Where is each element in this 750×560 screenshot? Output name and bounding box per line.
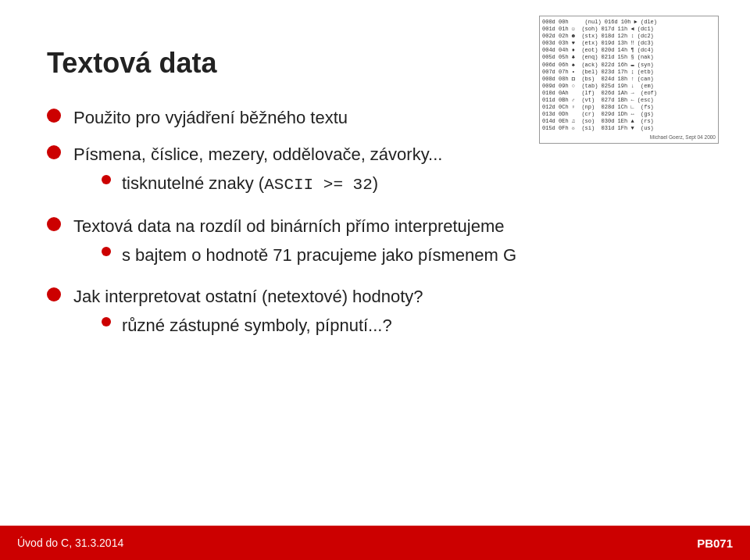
ascii-table: 000d 00h (nul) 016d 10h ► (dle) 001d 01h… — [539, 16, 719, 144]
bullet-4-text: Jak interpretovat ostatní (netextové) ho… — [73, 284, 703, 343]
bullet-3-sub-1-text: s bajtem o hodnotě 71 pracujeme jako pís… — [122, 242, 516, 268]
bullet-2-sub-1-text: tisknutelné znaky (ASCII >= 32) — [122, 170, 378, 198]
footer-left-text: Úvod do C, 31.3.2014 — [17, 537, 123, 549]
bullet-3-sub-1: s bajtem o hodnotě 71 pracujeme jako pís… — [102, 242, 703, 268]
ascii-table-content: 000d 00h (nul) 016d 10h ► (dle) 001d 01h… — [542, 19, 716, 133]
bullet-4: Jak interpretovat ostatní (netextové) ho… — [47, 284, 703, 343]
bullet-4-sub-1: různé zástupné symboly, pípnutí...? — [102, 312, 703, 338]
slide: 000d 00h (nul) 016d 10h ► (dle) 001d 01h… — [0, 0, 750, 560]
footer-left: Úvod do C, 31.3.2014 — [0, 526, 680, 560]
bullet-3-sub-1-dot — [102, 247, 111, 256]
footer: Úvod do C, 31.3.2014 PB071 — [0, 526, 750, 560]
bullet-4-sub-1-dot — [102, 317, 111, 326]
code-ascii: ASCII >= 32 — [264, 176, 373, 194]
bullet-3-dot — [47, 217, 61, 231]
bullet-3-text: Textová data na rozdíl od binárních přím… — [73, 213, 703, 273]
bullet-2-subs: tisknutelné znaky (ASCII >= 32) — [73, 170, 703, 198]
bullet-4-sub-1-text: různé zástupné symboly, pípnutí...? — [122, 312, 392, 338]
bullet-3-subs: s bajtem o hodnotě 71 pracujeme jako pís… — [73, 242, 703, 268]
bullet-2-sub-1-dot — [102, 175, 111, 184]
bullet-2-sub-1: tisknutelné znaky (ASCII >= 32) — [102, 170, 703, 198]
bullet-1-dot — [47, 109, 61, 123]
ascii-caption: Michael Goerz, Sept 04 2000 — [542, 134, 716, 141]
bullet-4-dot — [47, 287, 61, 301]
footer-right: PB071 — [680, 526, 750, 560]
bullet-2-dot — [47, 145, 61, 159]
bullet-2: Písmena, číslice, mezery, oddělovače, zá… — [47, 141, 703, 202]
footer-right-text: PB071 — [697, 537, 733, 550]
bullet-2-text: Písmena, číslice, mezery, oddělovače, zá… — [73, 141, 703, 202]
bullet-3: Textová data na rozdíl od binárních přím… — [47, 213, 703, 273]
bullet-4-subs: různé zástupné symboly, pípnutí...? — [73, 312, 703, 338]
